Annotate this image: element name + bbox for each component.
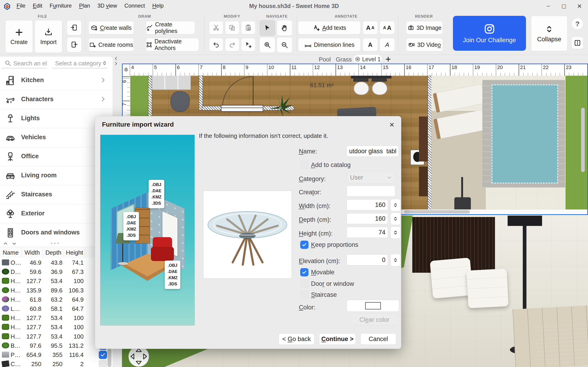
- continue-label: Continue >: [321, 336, 354, 343]
- join-challenge-button[interactable]: Join Our Challenge: [453, 16, 526, 51]
- continue-button[interactable]: Continue >: [319, 333, 356, 345]
- visible-checkbox[interactable]: [99, 351, 107, 359]
- plan-vertical-scrollbar[interactable]: [581, 108, 585, 172]
- import-button[interactable]: Import: [35, 20, 62, 53]
- italic-text-button[interactable]: A: [380, 38, 395, 51]
- clear-color-button[interactable]: Clear color: [350, 314, 399, 325]
- collapse-toolbar-button[interactable]: Collapse: [531, 16, 567, 51]
- select-tool-button[interactable]: [259, 20, 275, 36]
- increase-text-size-button[interactable]: AA: [363, 21, 378, 34]
- ruler-number: 18: [451, 65, 457, 70]
- model-3d-preview[interactable]: [203, 191, 292, 279]
- visible-checkbox[interactable]: [99, 360, 107, 367]
- zoom-in-button[interactable]: [259, 37, 275, 53]
- splitter-up-icon[interactable]: [3, 241, 8, 246]
- cut-button[interactable]: [209, 21, 223, 34]
- ruler-number: 19: [474, 65, 480, 70]
- color-picker-button[interactable]: [346, 300, 399, 312]
- furniture-depth: 36.9: [43, 268, 62, 275]
- sidebar-category-item[interactable]: Characters: [0, 90, 112, 109]
- elevation-input[interactable]: [346, 254, 388, 265]
- deactivate-anchors-button[interactable]: Deactivate Anchors: [146, 38, 199, 51]
- column-header-depth[interactable]: Depth: [43, 247, 64, 258]
- ruler-number: 12: [314, 65, 320, 70]
- maximize-button[interactable]: ▢: [556, 0, 571, 12]
- height-stepper[interactable]: [390, 226, 401, 239]
- dimension-icon: [304, 41, 312, 48]
- create-rooms-button[interactable]: Create rooms: [88, 38, 134, 51]
- furniture-thumbnail: [2, 287, 9, 293]
- depth-input[interactable]: [346, 213, 388, 224]
- tab-pool[interactable]: Pool: [319, 56, 331, 63]
- table-vertical-scrollbar[interactable]: [107, 348, 111, 367]
- keep-proportions-checkbox[interactable]: [300, 241, 309, 249]
- movable-checkbox[interactable]: [300, 268, 309, 276]
- paste-button[interactable]: [241, 21, 255, 34]
- height-input[interactable]: [346, 227, 388, 238]
- tab-level-1[interactable]: Level 1: [353, 55, 382, 64]
- create-button[interactable]: Create: [5, 20, 33, 53]
- import-file-button[interactable]: [67, 20, 82, 35]
- create-walls-button[interactable]: Create walls: [88, 21, 134, 34]
- zoom-out-button[interactable]: [277, 37, 292, 53]
- column-header-name[interactable]: Name: [0, 247, 22, 258]
- staircase-label: Staircase: [311, 291, 337, 298]
- furniture-width: 135.9: [22, 287, 41, 294]
- add-level-button[interactable]: [384, 55, 392, 63]
- create-polylines-label: Create polylines: [155, 21, 195, 34]
- create-polylines-button[interactable]: Create polylines: [146, 21, 195, 34]
- ruler-number: 6: [123, 80, 128, 83]
- check-icon: [302, 269, 307, 275]
- elevation-stepper[interactable]: [390, 254, 401, 266]
- preview-lamp-pole: [122, 244, 123, 262]
- plan-horizontal-scrollbar[interactable]: [404, 210, 470, 214]
- go-back-button[interactable]: < Go back: [279, 333, 314, 345]
- cancel-button[interactable]: Cancel: [360, 333, 396, 345]
- name-input[interactable]: [346, 146, 399, 157]
- split-view-button[interactable]: [571, 37, 583, 49]
- width-stepper[interactable]: [390, 199, 401, 211]
- minimize-button[interactable]: −: [541, 0, 556, 12]
- camera-icon: [407, 24, 414, 31]
- ruler-number: 17: [429, 65, 434, 70]
- panel-splitter-toggle[interactable]: [113, 56, 119, 66]
- staircase-checkbox[interactable]: [300, 291, 309, 299]
- category-dropdown[interactable]: User: [346, 172, 395, 183]
- copy-icon: [229, 24, 236, 31]
- 3d-video-button[interactable]: 3D Video: [406, 38, 443, 51]
- dimension-lines-button[interactable]: Dimension lines: [298, 38, 361, 51]
- door-or-window-checkbox[interactable]: [300, 280, 309, 288]
- sidebar-category-item[interactable]: Kitchen: [0, 71, 112, 90]
- furniture-depth: 53.4: [43, 324, 62, 331]
- depth-stepper[interactable]: [390, 213, 401, 225]
- creator-input[interactable]: [346, 186, 395, 197]
- copy-button[interactable]: [225, 21, 239, 34]
- category-spinner-icon[interactable]: [102, 60, 107, 66]
- help-button[interactable]: ?: [571, 18, 583, 30]
- dialog-close-button[interactable]: ✕: [387, 120, 397, 130]
- modify-point-button[interactable]: [241, 38, 255, 51]
- splitter-down-icon[interactable]: [11, 241, 17, 246]
- ruler-number: 23: [566, 65, 571, 70]
- column-header-width[interactable]: Width: [22, 247, 43, 258]
- category-select[interactable]: Select a category: [55, 60, 101, 67]
- tab-grass[interactable]: Grass: [336, 56, 352, 63]
- width-input[interactable]: [346, 199, 388, 210]
- furniture-row[interactable]: P… 654.9 355 116.4: [0, 350, 112, 359]
- add-texts-button[interactable]: Add texts: [298, 21, 361, 34]
- export-file-button[interactable]: [67, 37, 82, 52]
- pool-3d-water: [534, 322, 588, 367]
- 3d-image-button[interactable]: 3D Image: [406, 21, 443, 34]
- undo-button[interactable]: [209, 38, 223, 51]
- plan-ruler-corner: [123, 64, 130, 76]
- toolbar-section-draw: DRAW: [87, 14, 202, 19]
- add-to-catalog-checkbox[interactable]: [300, 161, 309, 169]
- column-header-height[interactable]: Height: [64, 247, 85, 258]
- decrease-text-size-button[interactable]: AA: [380, 21, 395, 34]
- bold-text-button[interactable]: A: [363, 38, 378, 51]
- redo-button[interactable]: [225, 38, 239, 51]
- search-input[interactable]: Search an ele...: [13, 60, 47, 67]
- close-button[interactable]: ✕: [572, 0, 587, 12]
- pan-tool-button[interactable]: [277, 20, 292, 36]
- furniture-row[interactable]: C… 250 250 2: [0, 359, 112, 367]
